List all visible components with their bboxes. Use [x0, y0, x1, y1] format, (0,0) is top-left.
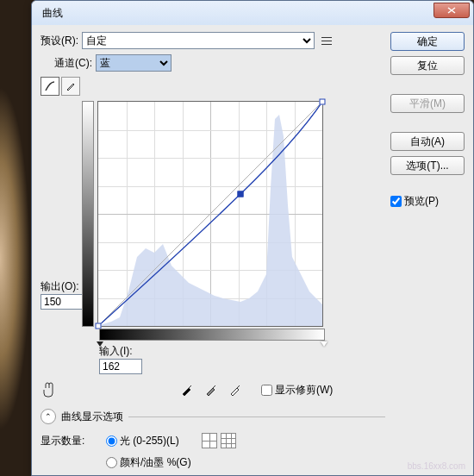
- titlebar[interactable]: 曲线: [32, 1, 473, 25]
- expand-toggle-icon[interactable]: ⌃: [41, 409, 56, 424]
- smooth-button[interactable]: 平滑(M): [390, 94, 465, 113]
- svg-line-0: [98, 102, 322, 326]
- light-radio[interactable]: 光 (0-255)(L): [106, 434, 179, 448]
- watermark: bbs.16xx8.com: [408, 461, 465, 471]
- curve-graph[interactable]: [97, 101, 323, 327]
- pencil-tool-icon[interactable]: [61, 77, 80, 96]
- expand-header-label: 曲线显示选项: [61, 410, 123, 424]
- reset-button[interactable]: 复位: [390, 56, 465, 75]
- output-input[interactable]: [41, 294, 84, 310]
- curve-point-highlight[interactable]: [320, 99, 326, 105]
- black-eyedropper-icon[interactable]: [178, 381, 196, 398]
- horizontal-gradient[interactable]: [99, 329, 325, 341]
- grid-9-icon[interactable]: [221, 433, 236, 448]
- curves-dialog: 曲线 预设(R): 自定 通道(C): 蓝: [31, 0, 474, 476]
- dialog-title: 曲线: [42, 6, 63, 21]
- curve-point-selected[interactable]: [238, 191, 244, 197]
- curve-tool-icon[interactable]: [41, 77, 59, 96]
- gray-eyedropper-icon[interactable]: [203, 381, 220, 398]
- vertical-gradient: [82, 101, 94, 327]
- channel-label: 通道(C):: [54, 56, 92, 71]
- white-eyedropper-icon[interactable]: [227, 381, 244, 398]
- curve-line: [98, 102, 322, 326]
- auto-button[interactable]: 自动(A): [390, 132, 465, 151]
- close-button[interactable]: [433, 3, 470, 18]
- white-slider[interactable]: [321, 341, 327, 347]
- hand-tool-icon[interactable]: [41, 379, 61, 400]
- show-clipping-label: 显示修剪(W): [275, 383, 333, 398]
- pigment-radio[interactable]: 颜料/油墨 %(G): [106, 455, 191, 470]
- divider: [128, 416, 385, 417]
- output-label: 输出(O):: [41, 279, 82, 294]
- input-input[interactable]: [99, 359, 142, 374]
- options-button[interactable]: 选项(T)...: [390, 156, 465, 175]
- preset-label: 预设(R):: [41, 34, 78, 48]
- black-slider[interactable]: [97, 341, 103, 347]
- preset-select[interactable]: 自定: [82, 32, 315, 49]
- preset-menu-icon[interactable]: [320, 34, 334, 47]
- display-amount-label: 显示数量:: [41, 434, 101, 448]
- preview-checkbox[interactable]: 预览(P): [390, 194, 465, 209]
- grid-4-icon[interactable]: [202, 433, 217, 448]
- show-clipping-checkbox[interactable]: [261, 385, 272, 396]
- channel-select[interactable]: 蓝: [96, 54, 172, 72]
- input-label: 输入(I):: [99, 344, 142, 359]
- ok-button[interactable]: 确定: [390, 32, 465, 51]
